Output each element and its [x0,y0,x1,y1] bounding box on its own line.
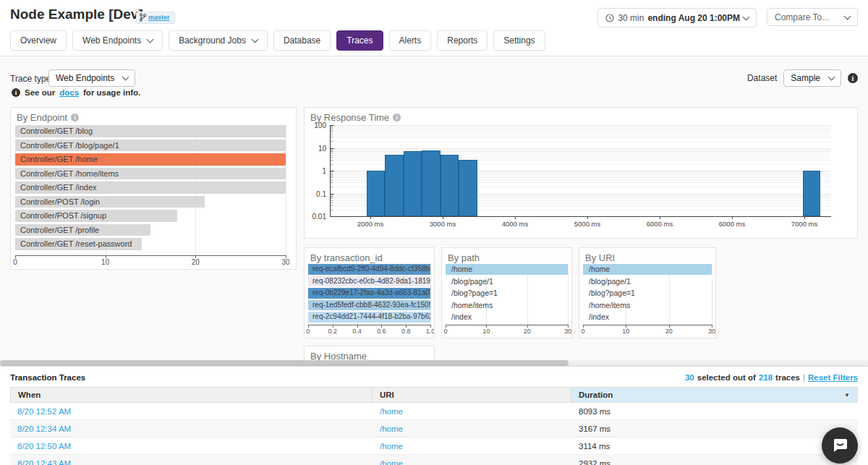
bar-label: /home/items [583,300,712,311]
tab-label: Settings [503,35,535,46]
axis-tick-label: 30 [564,328,571,335]
usage-note-suffix: for usage info. [83,88,140,97]
trace-when-link[interactable]: 8/20 12:50 AM [17,442,71,451]
tab-database[interactable]: Database [273,30,331,51]
axis-tick-label: 5000 ms [574,220,600,228]
tab-web-endpoints[interactable]: Web Endpoints [72,30,163,51]
compare-to-button[interactable]: Compare To... [767,8,858,26]
tab-traces[interactable]: Traces [336,30,383,51]
uri-chart: /home/blog/page/1/blog?page=1/home/items… [583,264,712,336]
endpoint-chart: Controller/GET /blogController/GET /blog… [15,125,286,268]
trace-when-link[interactable]: 8/20 12:43 AM [17,459,71,465]
total-count: 218 [759,373,773,382]
y-axis-line [330,125,331,216]
traces-table: When URI Duration ▼ 8/20 12:52 AM/home80… [10,387,858,465]
docs-link[interactable]: docs [59,88,79,97]
chevron-down-icon [147,36,154,43]
axis-tick [370,216,371,219]
reset-filters-link[interactable]: Reset Filters [808,373,858,382]
axis-tick-label: 30 [708,328,715,335]
transaction-traces-section: Transaction Traces 30 selected out of 21… [0,366,868,465]
bar-label: Controller/GET /home [15,153,286,166]
bar-label: /home/items [446,300,568,311]
axis-tick-label: 30 [281,258,289,266]
minor-gridline [330,141,831,142]
trace-when-link[interactable]: 8/20 12:52 AM [17,407,71,416]
chat-launcher-button[interactable] [822,427,858,464]
column-header-duration[interactable]: Duration ▼ [571,387,858,403]
tab-overview[interactable]: Overview [10,30,67,51]
nav-tabs: OverviewWeb EndpointsBackground JobsData… [10,30,545,51]
dataset-select[interactable]: Sample [783,69,841,87]
minor-gridline [330,132,831,132]
histogram-bar[interactable] [385,155,403,216]
bar-label: /blog?page=1 [583,288,712,299]
cell-when: 8/20 12:34 AM [10,420,373,437]
info-icon[interactable] [12,88,20,97]
axis-tick-label: 10 [101,258,109,266]
bar-label: /home [446,264,568,275]
bar-label: req-0b229e17-2faa-4a3d-a663-81a07b96 [308,288,430,299]
tab-label: Traces [346,35,373,46]
major-gridline [330,125,831,126]
y-axis-label: 0.01 [312,213,326,221]
major-gridline [330,148,831,149]
chevron-down-icon [122,74,129,81]
trace-uri-link[interactable]: /home [380,442,403,451]
axis-tick [732,216,733,219]
bar-label: req-08232cbc-e0cb-4d82-9da1-181997d [308,276,430,287]
tab-reports[interactable]: Reports [437,30,488,51]
dataset-value: Sample [791,73,820,83]
trace-when-link[interactable]: 8/20 12:34 AM [17,425,71,433]
trace-uri-link[interactable]: /home [380,425,403,433]
bar-label: Controller/POST /signup [15,210,286,222]
minor-gridline [330,137,831,137]
time-range-button[interactable]: 30 min ending Aug 20 1:00PM [597,8,757,27]
trace-type-select[interactable]: Web Endpoints [48,69,135,87]
path-chart: /home/blog/page/1/blog?page=1/home/items… [446,264,568,336]
column-header-uri[interactable]: URI [373,387,571,403]
cell-uri: /home [373,438,571,454]
info-icon[interactable] [71,114,79,121]
histogram-bar[interactable] [422,150,440,216]
chevron-down-icon [251,36,258,43]
table-row: 8/20 12:52 AM/home8093 ms [10,403,858,420]
gridline [568,264,569,325]
trace-type-value: Web Endpoints [56,73,114,83]
tab-label: Database [284,35,320,46]
tab-alerts[interactable]: Alerts [389,30,432,51]
axis-tick-label: 6000 ms [647,220,673,228]
tab-settings[interactable]: Settings [493,30,545,51]
clock-icon [605,14,614,22]
axis-tick-label: 20 [665,328,673,335]
bar-label: Controller/GET /home/items [15,168,286,180]
traces-table-body: 8/20 12:52 AM/home8093 ms8/20 12:34 AM/h… [10,403,858,465]
axis-tick-label: 20 [524,328,531,335]
branch-chip[interactable]: master [136,12,175,24]
histogram-bar[interactable] [404,151,422,216]
horizontal-scrollbar[interactable] [0,360,868,366]
axis-tick-label: 0 [13,258,17,266]
trace-uri-link[interactable]: /home [380,407,403,416]
bar-label: Controller/GET /blog/page/1 [15,140,286,152]
axis-tick-label: 7000 ms [791,220,817,228]
branch-link[interactable]: master [148,14,170,21]
tab-label: Alerts [399,35,422,46]
scrollbar-thumb[interactable] [0,360,569,366]
histogram-bar[interactable] [459,160,477,216]
histogram-bar[interactable] [441,155,459,216]
axis-tick-label: 20 [192,258,200,266]
trace-uri-link[interactable]: /home [380,459,403,465]
info-icon[interactable] [393,114,401,121]
table-header: When URI Duration ▼ [10,387,858,403]
column-header-when[interactable]: When [10,387,373,403]
axis-tick [660,216,660,219]
info-icon[interactable] [848,73,858,83]
histogram-bar[interactable] [367,171,385,216]
histogram-bar[interactable] [803,171,820,216]
response-time-chart: 2000 ms3000 ms4000 ms5000 ms6000 ms6000 … [330,125,831,216]
bar-label: Controller/GET /index [15,182,286,194]
tab-background-jobs[interactable]: Background Jobs [169,30,268,51]
axis-tick-label: 0.6 [377,328,386,335]
cell-uri: /home [373,403,571,419]
